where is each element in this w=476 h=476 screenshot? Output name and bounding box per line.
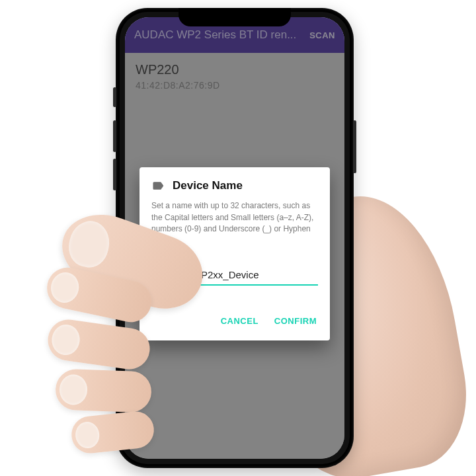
dialog-title: Device Name	[173, 179, 243, 192]
hand-finger	[55, 368, 152, 413]
phone-side-button	[113, 159, 116, 190]
phone-notch	[178, 8, 291, 26]
label-icon	[151, 179, 165, 192]
cancel-button[interactable]: CANCEL	[219, 312, 260, 330]
stage: AUDAC WP2 Series BT ID ren... SCAN WP220…	[0, 0, 476, 476]
confirm-button[interactable]: CONFIRM	[273, 312, 318, 330]
phone-side-button	[113, 120, 116, 152]
dialog-header: Device Name	[151, 179, 318, 192]
phone-side-button	[353, 120, 356, 173]
phone-side-button	[113, 87, 116, 107]
dialog-actions: CANCEL CONFIRM	[151, 312, 318, 335]
